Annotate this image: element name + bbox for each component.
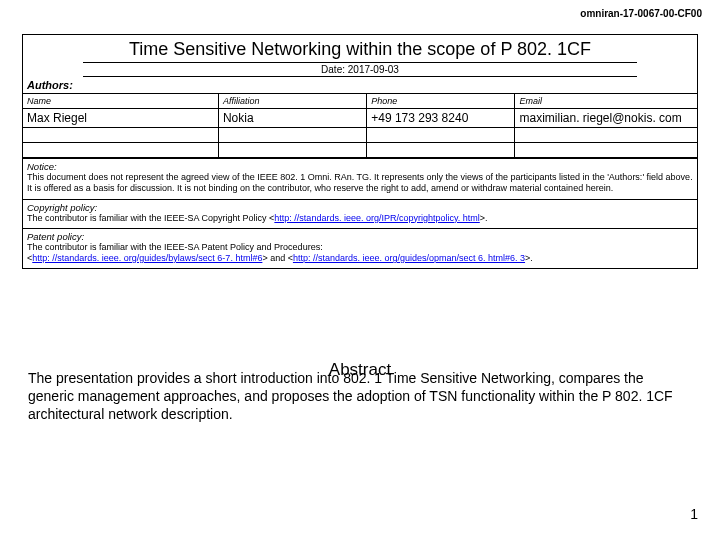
document-id: omniran-17-0067-00-CF00 (580, 8, 702, 19)
patent-link-2[interactable]: http: //standards. ieee. org/guides/opma… (293, 253, 525, 263)
copyright-body: The contributor is familiar with the IEE… (27, 213, 693, 224)
authors-table: Name Affiliation Phone Email Max Riegel … (23, 94, 697, 158)
copyright-suffix: >. (480, 213, 488, 223)
patent-heading: Patent policy: (27, 231, 693, 242)
cell-affiliation: Nokia (218, 109, 366, 128)
patent-line1: The contributor is familiar with the IEE… (27, 242, 323, 252)
cell-phone: +49 173 293 8240 (367, 109, 515, 128)
table-row (23, 128, 697, 143)
patent-suffix: >. (525, 253, 533, 263)
cell-email: maximilian. riegel@nokis. com (515, 109, 697, 128)
patent-section: Patent policy: The contributor is famili… (23, 228, 697, 269)
table-row: Max Riegel Nokia +49 173 293 8240 maximi… (23, 109, 697, 128)
cover-frame: Time Sensitive Networking within the sco… (22, 34, 698, 269)
col-phone: Phone (367, 94, 515, 109)
document-title: Time Sensitive Networking within the sco… (23, 35, 697, 62)
copyright-section: Copyright policy: The contributor is fam… (23, 199, 697, 228)
patent-link-1[interactable]: http: //standards. ieee. org/guides/byla… (32, 253, 262, 263)
authors-heading: Authors: (23, 77, 697, 94)
page-number: 1 (690, 506, 698, 522)
date-line: Date: 2017-09-03 (83, 62, 637, 77)
col-affiliation: Affiliation (218, 94, 366, 109)
notice-section: Notice: This document does not represent… (23, 158, 697, 199)
copyright-prefix: The contributor is familiar with the IEE… (27, 213, 274, 223)
cell-name: Max Riegel (23, 109, 218, 128)
patent-body: The contributor is familiar with the IEE… (27, 242, 693, 265)
patent-mid: > and < (262, 253, 293, 263)
copyright-heading: Copyright policy: (27, 202, 693, 213)
col-email: Email (515, 94, 697, 109)
table-row (23, 143, 697, 158)
notice-heading: Notice: (27, 161, 693, 172)
notice-body: This document does not represent the agr… (27, 172, 693, 195)
abstract-body: The presentation provides a short introd… (0, 364, 720, 424)
col-name: Name (23, 94, 218, 109)
copyright-link[interactable]: http: //standards. ieee. org/IPR/copyrig… (274, 213, 479, 223)
